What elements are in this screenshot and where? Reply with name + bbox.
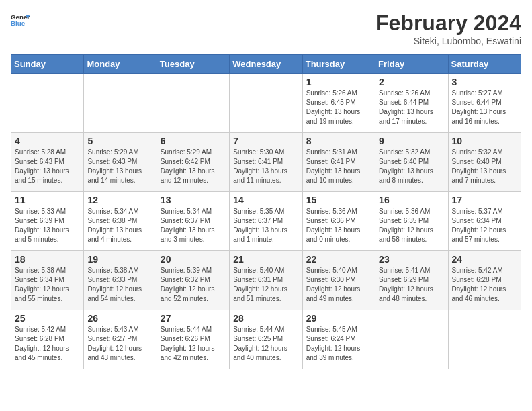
day-info: Sunrise: 5:41 AM Sunset: 6:29 PM Dayligh… <box>379 266 444 304</box>
calendar-cell: 17Sunrise: 5:37 AM Sunset: 6:34 PM Dayli… <box>448 192 521 251</box>
day-info: Sunrise: 5:40 AM Sunset: 6:31 PM Dayligh… <box>233 266 298 304</box>
day-info: Sunrise: 5:40 AM Sunset: 6:30 PM Dayligh… <box>306 266 371 304</box>
header-row: Sunday Monday Tuesday Wednesday Thursday… <box>11 55 521 74</box>
calendar-cell: 20Sunrise: 5:39 AM Sunset: 6:32 PM Dayli… <box>157 251 229 310</box>
day-number: 15 <box>306 195 371 205</box>
calendar-cell: 8Sunrise: 5:31 AM Sunset: 6:41 PM Daylig… <box>302 133 375 192</box>
day-info: Sunrise: 5:39 AM Sunset: 6:32 PM Dayligh… <box>161 266 226 304</box>
logo-icon: General Blue <box>11 11 30 30</box>
calendar-cell: 4Sunrise: 5:28 AM Sunset: 6:43 PM Daylig… <box>11 133 84 192</box>
calendar-cell: 1Sunrise: 5:26 AM Sunset: 6:45 PM Daylig… <box>302 74 375 133</box>
col-monday: Monday <box>84 55 157 74</box>
calendar-cell: 9Sunrise: 5:32 AM Sunset: 6:40 PM Daylig… <box>375 133 448 192</box>
day-number: 4 <box>15 136 80 146</box>
calendar-week-4: 18Sunrise: 5:38 AM Sunset: 6:34 PM Dayli… <box>11 251 521 310</box>
title-area: February 2024 Siteki, Lubombo, Eswatini <box>375 11 521 46</box>
day-info: Sunrise: 5:34 AM Sunset: 6:38 PM Dayligh… <box>87 207 152 244</box>
svg-text:Blue: Blue <box>11 19 26 27</box>
calendar-cell <box>157 74 229 133</box>
day-info: Sunrise: 5:30 AM Sunset: 6:41 PM Dayligh… <box>233 148 298 185</box>
calendar-cell: 10Sunrise: 5:32 AM Sunset: 6:40 PM Dayli… <box>448 133 521 192</box>
calendar-header: Sunday Monday Tuesday Wednesday Thursday… <box>11 55 521 74</box>
calendar-cell <box>375 310 448 369</box>
calendar-cell: 3Sunrise: 5:27 AM Sunset: 6:44 PM Daylig… <box>448 74 521 133</box>
calendar-cell: 6Sunrise: 5:29 AM Sunset: 6:42 PM Daylig… <box>157 133 229 192</box>
day-info: Sunrise: 5:28 AM Sunset: 6:43 PM Dayligh… <box>15 148 80 185</box>
day-number: 9 <box>379 136 444 146</box>
calendar-cell: 5Sunrise: 5:29 AM Sunset: 6:43 PM Daylig… <box>84 133 157 192</box>
day-info: Sunrise: 5:38 AM Sunset: 6:34 PM Dayligh… <box>15 266 80 304</box>
col-saturday: Saturday <box>448 55 521 74</box>
day-number: 1 <box>306 77 371 87</box>
calendar-cell: 16Sunrise: 5:36 AM Sunset: 6:35 PM Dayli… <box>375 192 448 251</box>
calendar-cell <box>11 74 84 133</box>
day-info: Sunrise: 5:32 AM Sunset: 6:40 PM Dayligh… <box>379 148 444 185</box>
day-number: 21 <box>233 254 298 265</box>
col-thursday: Thursday <box>302 55 375 74</box>
calendar-cell: 7Sunrise: 5:30 AM Sunset: 6:41 PM Daylig… <box>230 133 302 192</box>
day-number: 17 <box>452 195 517 205</box>
day-info: Sunrise: 5:31 AM Sunset: 6:41 PM Dayligh… <box>306 148 371 185</box>
day-number: 12 <box>87 195 152 205</box>
calendar-cell: 11Sunrise: 5:33 AM Sunset: 6:39 PM Dayli… <box>11 192 84 251</box>
calendar-cell: 22Sunrise: 5:40 AM Sunset: 6:30 PM Dayli… <box>302 251 375 310</box>
day-number: 5 <box>87 136 152 146</box>
col-wednesday: Wednesday <box>230 55 302 74</box>
day-number: 2 <box>379 77 444 87</box>
calendar-cell: 15Sunrise: 5:36 AM Sunset: 6:36 PM Dayli… <box>302 192 375 251</box>
calendar-cell: 27Sunrise: 5:44 AM Sunset: 6:26 PM Dayli… <box>157 310 229 369</box>
day-info: Sunrise: 5:45 AM Sunset: 6:24 PM Dayligh… <box>306 325 371 363</box>
day-number: 29 <box>306 313 371 324</box>
day-info: Sunrise: 5:29 AM Sunset: 6:43 PM Dayligh… <box>87 148 152 185</box>
day-info: Sunrise: 5:36 AM Sunset: 6:35 PM Dayligh… <box>379 207 444 244</box>
day-info: Sunrise: 5:32 AM Sunset: 6:40 PM Dayligh… <box>452 148 517 185</box>
day-number: 13 <box>161 195 226 205</box>
main-title: February 2024 <box>375 11 521 36</box>
col-sunday: Sunday <box>11 55 84 74</box>
day-number: 22 <box>306 254 371 265</box>
calendar-cell: 26Sunrise: 5:43 AM Sunset: 6:27 PM Dayli… <box>84 310 157 369</box>
day-number: 8 <box>306 136 371 146</box>
day-number: 27 <box>161 313 226 324</box>
calendar-cell <box>448 310 521 369</box>
day-number: 20 <box>161 254 226 265</box>
calendar-cell: 12Sunrise: 5:34 AM Sunset: 6:38 PM Dayli… <box>84 192 157 251</box>
subtitle: Siteki, Lubombo, Eswatini <box>375 36 521 46</box>
day-number: 6 <box>161 136 226 146</box>
calendar-cell: 24Sunrise: 5:42 AM Sunset: 6:28 PM Dayli… <box>448 251 521 310</box>
calendar-cell: 13Sunrise: 5:34 AM Sunset: 6:37 PM Dayli… <box>157 192 229 251</box>
day-info: Sunrise: 5:38 AM Sunset: 6:33 PM Dayligh… <box>87 266 152 304</box>
day-info: Sunrise: 5:42 AM Sunset: 6:28 PM Dayligh… <box>452 266 517 304</box>
calendar-cell: 29Sunrise: 5:45 AM Sunset: 6:24 PM Dayli… <box>302 310 375 369</box>
col-tuesday: Tuesday <box>157 55 229 74</box>
calendar-cell: 23Sunrise: 5:41 AM Sunset: 6:29 PM Dayli… <box>375 251 448 310</box>
col-friday: Friday <box>375 55 448 74</box>
day-info: Sunrise: 5:44 AM Sunset: 6:25 PM Dayligh… <box>233 325 298 363</box>
calendar-cell: 25Sunrise: 5:42 AM Sunset: 6:28 PM Dayli… <box>11 310 84 369</box>
day-info: Sunrise: 5:26 AM Sunset: 6:44 PM Dayligh… <box>379 89 444 126</box>
calendar-week-5: 25Sunrise: 5:42 AM Sunset: 6:28 PM Dayli… <box>11 310 521 369</box>
calendar-week-3: 11Sunrise: 5:33 AM Sunset: 6:39 PM Dayli… <box>11 192 521 251</box>
day-info: Sunrise: 5:44 AM Sunset: 6:26 PM Dayligh… <box>161 325 226 363</box>
calendar-week-1: 1Sunrise: 5:26 AM Sunset: 6:45 PM Daylig… <box>11 74 521 133</box>
day-number: 11 <box>15 195 80 205</box>
day-number: 14 <box>233 195 298 205</box>
calendar-cell: 2Sunrise: 5:26 AM Sunset: 6:44 PM Daylig… <box>375 74 448 133</box>
calendar-cell: 19Sunrise: 5:38 AM Sunset: 6:33 PM Dayli… <box>84 251 157 310</box>
page-container: General Blue February 2024 Siteki, Lubom… <box>11 11 521 369</box>
day-number: 10 <box>452 136 517 146</box>
day-info: Sunrise: 5:34 AM Sunset: 6:37 PM Dayligh… <box>161 207 226 244</box>
day-info: Sunrise: 5:43 AM Sunset: 6:27 PM Dayligh… <box>87 325 152 363</box>
day-info: Sunrise: 5:33 AM Sunset: 6:39 PM Dayligh… <box>15 207 80 244</box>
day-number: 23 <box>379 254 444 265</box>
day-info: Sunrise: 5:37 AM Sunset: 6:34 PM Dayligh… <box>452 207 517 244</box>
day-number: 25 <box>15 313 80 324</box>
day-info: Sunrise: 5:36 AM Sunset: 6:36 PM Dayligh… <box>306 207 371 244</box>
day-info: Sunrise: 5:29 AM Sunset: 6:42 PM Dayligh… <box>161 148 226 185</box>
calendar-cell <box>230 74 302 133</box>
day-info: Sunrise: 5:35 AM Sunset: 6:37 PM Dayligh… <box>233 207 298 244</box>
header: General Blue February 2024 Siteki, Lubom… <box>11 11 521 46</box>
calendar-cell: 18Sunrise: 5:38 AM Sunset: 6:34 PM Dayli… <box>11 251 84 310</box>
logo: General Blue <box>11 11 30 30</box>
day-number: 28 <box>233 313 298 324</box>
